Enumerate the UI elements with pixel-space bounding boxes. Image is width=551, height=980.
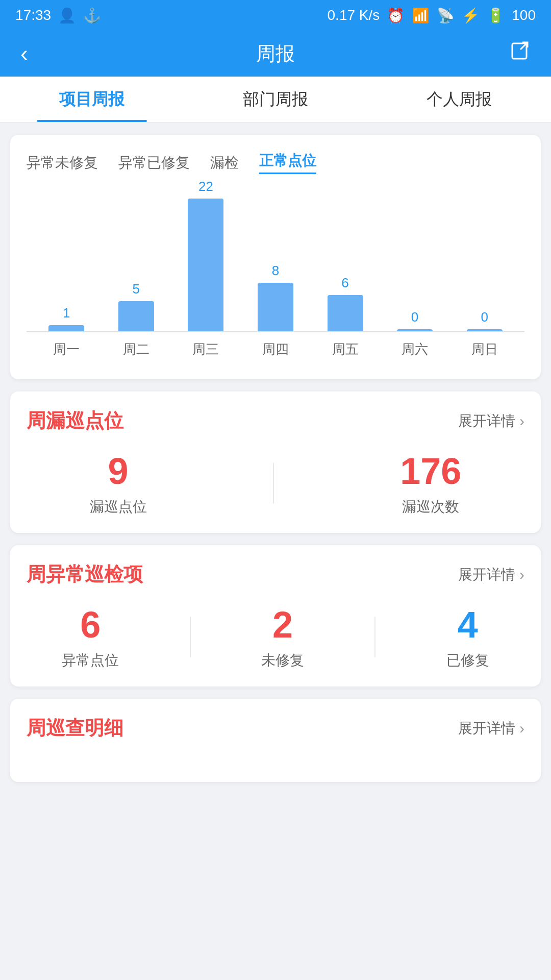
- bar-rect: [258, 283, 293, 331]
- filter-normal[interactable]: 正常点位: [259, 151, 316, 174]
- abnormal-points-value: 6: [80, 604, 101, 646]
- missed-count-label: 漏巡次数: [402, 497, 459, 517]
- week-inspection-title: 周巡查明细: [27, 715, 123, 741]
- abnormal-card: 周异常巡检项 展开详情 › 6 异常点位 2 未修复 4 已修复: [10, 545, 541, 687]
- network-speed: 0.17 K/s: [328, 7, 380, 23]
- bar-value: 1: [63, 305, 70, 321]
- bar-group: 22: [188, 179, 223, 331]
- missed-count-value: 176: [400, 450, 461, 492]
- chevron-right-icon-3: ›: [519, 720, 524, 737]
- unrepaired-label: 未修复: [261, 651, 304, 670]
- unrepaired-value: 2: [272, 604, 293, 646]
- battery-level: 100: [512, 7, 536, 23]
- bar-group: 0: [467, 309, 503, 331]
- abnormal-header: 周异常巡检项 展开详情 ›: [27, 561, 524, 587]
- missed-points-label: 漏巡点位: [90, 497, 147, 517]
- person-icon: 👤: [58, 7, 76, 24]
- alarm-icon: ⏰: [387, 7, 405, 24]
- abnormal-points-label: 异常点位: [62, 651, 119, 670]
- bar-value: 0: [411, 309, 418, 325]
- bar-value: 8: [272, 263, 279, 279]
- abnormal-stats: 6 异常点位 2 未修复 4 已修复: [27, 604, 524, 670]
- status-left: 17:33 👤 ⚓: [15, 7, 101, 24]
- chart-day-label: 周日: [467, 340, 503, 358]
- lightning-icon: ⚡: [462, 7, 480, 24]
- tab-bar: 项目周报 部门周报 个人周报: [0, 77, 551, 122]
- stat-divider-3: [374, 617, 375, 657]
- content-area: 异常未修复 异常已修复 漏检 正常点位 15228600 周一周二周三周四周五周…: [0, 122, 551, 794]
- chart-card: 异常未修复 异常已修复 漏检 正常点位 15228600 周一周二周三周四周五周…: [10, 135, 541, 379]
- bar-group: 6: [328, 275, 363, 331]
- bar-rect: [397, 329, 433, 331]
- missed-patrol-link[interactable]: 展开详情 ›: [458, 411, 524, 431]
- chart-bars: 15228600: [27, 189, 524, 332]
- bar-rect: [188, 199, 223, 331]
- wifi-icon: 📶: [412, 7, 430, 24]
- stat-abnormal-points: 6 异常点位: [62, 604, 119, 670]
- bar-group: 5: [118, 281, 154, 331]
- missed-patrol-header: 周漏巡点位 展开详情 ›: [27, 408, 524, 434]
- status-right: 0.17 K/s ⏰ 📶 📡 ⚡ 🔋 100: [328, 7, 536, 24]
- stat-missed-points: 9 漏巡点位: [90, 450, 147, 517]
- status-bar: 17:33 👤 ⚓ 0.17 K/s ⏰ 📶 📡 ⚡ 🔋 100: [0, 0, 551, 31]
- abnormal-title: 周异常巡检项: [27, 561, 143, 587]
- bar-value: 6: [341, 275, 348, 291]
- bar-chart: 15228600 周一周二周三周四周五周六周日: [27, 189, 524, 363]
- chart-day-label: 周一: [48, 340, 84, 358]
- stat-repaired: 4 已修复: [446, 604, 489, 670]
- bar-rect: [48, 325, 84, 331]
- chevron-right-icon: ›: [519, 412, 524, 430]
- back-button[interactable]: ‹: [20, 41, 28, 66]
- week-inspection-header: 周巡查明细 展开详情 ›: [27, 715, 524, 741]
- signal-icon: 📡: [437, 7, 455, 24]
- abnormal-link[interactable]: 展开详情 ›: [458, 565, 524, 584]
- chart-day-label: 周四: [258, 340, 293, 358]
- bar-rect: [467, 329, 503, 331]
- battery-icon: 🔋: [487, 7, 505, 24]
- nav-title: 周报: [256, 41, 295, 67]
- bar-group: 1: [48, 305, 84, 331]
- chart-labels: 周一周二周三周四周五周六周日: [27, 340, 524, 358]
- chart-day-label: 周五: [328, 340, 363, 358]
- missed-patrol-stats: 9 漏巡点位 176 漏巡次数: [27, 450, 524, 517]
- stat-unrepaired: 2 未修复: [261, 604, 304, 670]
- tab-dept[interactable]: 部门周报: [184, 77, 367, 122]
- bar-group: 8: [258, 263, 293, 331]
- filter-unrepaired[interactable]: 异常未修复: [27, 153, 98, 173]
- week-inspection-link[interactable]: 展开详情 ›: [458, 719, 524, 738]
- stat-missed-count: 176 漏巡次数: [400, 450, 461, 517]
- chart-day-label: 周三: [188, 340, 223, 358]
- chart-day-label: 周六: [397, 340, 433, 358]
- bar-rect: [118, 301, 154, 331]
- share-button[interactable]: [510, 41, 531, 66]
- filter-missed[interactable]: 漏检: [210, 153, 239, 173]
- bar-group: 0: [397, 309, 433, 331]
- chart-day-label: 周二: [118, 340, 154, 358]
- tab-project[interactable]: 项目周报: [0, 77, 184, 122]
- missed-patrol-card: 周漏巡点位 展开详情 › 9 漏巡点位 176 漏巡次数: [10, 391, 541, 533]
- bar-value: 5: [133, 281, 140, 297]
- missed-points-value: 9: [108, 450, 129, 492]
- stat-divider: [273, 463, 274, 504]
- tab-personal[interactable]: 个人周报: [367, 77, 551, 122]
- missed-patrol-title: 周漏巡点位: [27, 408, 123, 434]
- bar-value: 22: [198, 179, 213, 194]
- usb-icon: ⚓: [83, 7, 101, 24]
- repaired-label: 已修复: [446, 651, 489, 670]
- week-inspection-card: 周巡查明细 展开详情 ›: [10, 699, 541, 782]
- stat-divider-2: [190, 617, 191, 657]
- chevron-right-icon-2: ›: [519, 566, 524, 583]
- nav-bar: ‹ 周报: [0, 31, 551, 77]
- repaired-value: 4: [458, 604, 478, 646]
- bar-rect: [328, 295, 363, 331]
- filter-repaired[interactable]: 异常已修复: [118, 153, 190, 173]
- bar-value: 0: [481, 309, 488, 325]
- status-time: 17:33: [15, 7, 51, 23]
- filter-row: 异常未修复 异常已修复 漏检 正常点位: [27, 151, 524, 174]
